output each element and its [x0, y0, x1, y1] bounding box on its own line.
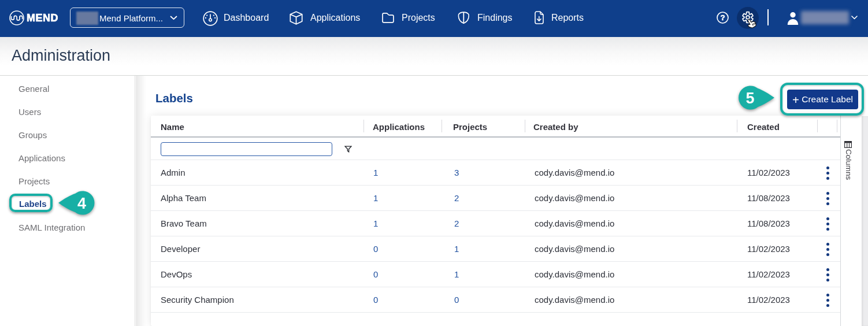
svg-text:4: 4 [77, 195, 86, 212]
svg-text:?: ? [720, 13, 725, 22]
svg-text:5: 5 [745, 90, 754, 107]
